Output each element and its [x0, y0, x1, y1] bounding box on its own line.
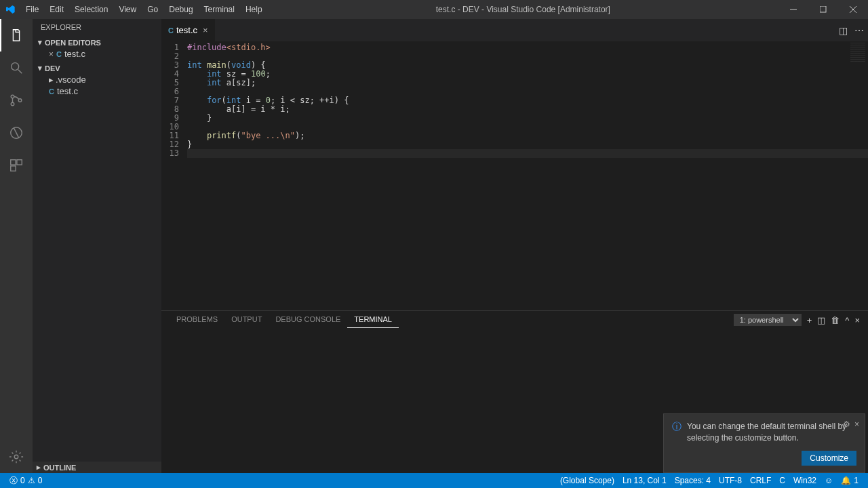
warning-icon: ⚠ — [28, 476, 35, 485]
sidebar: Explorer ▾ Open Editors × C test.c ▾ DEV… — [33, 19, 161, 473]
error-icon: ⓧ — [9, 475, 18, 487]
svg-rect-1 — [820, 6, 826, 12]
panel-tab-debug-console[interactable]: Debug Console — [269, 312, 347, 327]
file-name: test.c — [64, 49, 85, 59]
editor-tab[interactable]: C test.c × — [161, 19, 216, 41]
status-platform[interactable]: Win32 — [789, 476, 821, 485]
chevron-down-icon: ▾ — [38, 38, 42, 47]
c-file-icon: C — [56, 50, 62, 58]
notification-close-icon[interactable]: × — [854, 420, 859, 429]
menu-terminal[interactable]: Terminal — [199, 0, 240, 19]
chevron-down-icon: ▾ — [38, 64, 42, 73]
code-content[interactable]: #include<stdio.h> int main(void) { int s… — [187, 41, 868, 310]
status-notifications[interactable]: 🔔 1 — [837, 476, 863, 485]
panel-tab-terminal[interactable]: Terminal — [347, 312, 399, 328]
svg-rect-12 — [17, 160, 22, 165]
main-area: Explorer ▾ Open Editors × C test.c ▾ DEV… — [0, 19, 868, 473]
debug-icon[interactable] — [0, 117, 33, 149]
svg-line-10 — [14, 128, 18, 138]
folder-item[interactable]: ▸ .vscode — [35, 74, 159, 85]
more-actions-icon[interactable]: ⋯ — [854, 25, 864, 36]
window-title: test.c - DEV - Visual Studio Code [Admin… — [268, 5, 778, 14]
svg-point-8 — [18, 99, 22, 102]
status-bar: ⓧ0 ⚠0 (Global Scope) Ln 13, Col 1 Spaces… — [0, 473, 868, 488]
notification-gear-icon[interactable]: ⚙ — [843, 420, 850, 429]
minimap[interactable] — [850, 43, 865, 63]
title-bar: File Edit Selection View Go Debug Termin… — [0, 0, 868, 19]
chevron-right-icon: ▸ — [37, 463, 41, 472]
svg-point-14 — [14, 455, 18, 459]
folder-name: .vscode — [56, 75, 86, 85]
window-controls — [778, 0, 868, 19]
tab-label: test.c — [176, 25, 197, 35]
new-terminal-icon[interactable]: + — [807, 315, 812, 325]
info-icon: ⓘ — [672, 421, 682, 433]
status-eol[interactable]: CRLF — [746, 476, 775, 485]
open-editors-label: Open Editors — [45, 39, 101, 47]
svg-line-5 — [18, 70, 22, 74]
tab-bar: C test.c × ◫ ⋯ — [161, 19, 868, 41]
terminal-selector[interactable]: 1: powershell — [734, 314, 802, 326]
svg-rect-13 — [11, 166, 16, 171]
vscode-logo-icon — [0, 4, 20, 15]
outline-header[interactable]: ▸ Outline — [33, 462, 161, 473]
open-editors-header[interactable]: ▾ Open Editors — [35, 37, 159, 48]
status-indent[interactable]: Spaces: 4 — [671, 476, 715, 485]
menu-view[interactable]: View — [113, 0, 142, 19]
activity-bar — [0, 19, 33, 473]
bell-icon: 🔔 — [841, 476, 851, 485]
status-scope[interactable]: (Global Scope) — [556, 476, 618, 485]
maximize-button[interactable] — [808, 0, 838, 19]
c-file-icon: C — [168, 26, 174, 35]
close-icon[interactable]: × — [49, 49, 54, 59]
split-editor-icon[interactable]: ◫ — [839, 25, 848, 36]
menu-bar: File Edit Selection View Go Debug Termin… — [20, 0, 268, 19]
close-icon[interactable]: × — [203, 25, 208, 35]
close-button[interactable] — [838, 0, 868, 19]
workspace-label: DEV — [45, 64, 60, 73]
open-editor-item[interactable]: × C test.c — [35, 48, 159, 60]
panel-tabs: Problems Output Debug Console Terminal 1… — [161, 311, 868, 329]
line-gutter: 1 2 3 4 5 6 7 8 9 10 11 12 13 — [161, 41, 187, 310]
menu-go[interactable]: Go — [142, 0, 163, 19]
svg-rect-11 — [11, 160, 16, 165]
menu-selection[interactable]: Selection — [69, 0, 113, 19]
notification-toast: ⚙ × ⓘ You can change the default termina… — [663, 413, 865, 473]
workspace-header[interactable]: ▾ DEV — [35, 62, 159, 74]
chevron-right-icon: ▸ — [49, 75, 54, 85]
svg-point-7 — [11, 102, 14, 106]
menu-help[interactable]: Help — [240, 0, 268, 19]
panel-tab-problems[interactable]: Problems — [170, 312, 224, 327]
status-language[interactable]: C — [775, 476, 789, 485]
outline-label: Outline — [43, 464, 76, 472]
sidebar-title: Explorer — [33, 19, 161, 35]
source-control-icon[interactable] — [0, 84, 33, 117]
status-feedback[interactable]: ☺ — [821, 476, 837, 485]
panel-tab-output[interactable]: Output — [224, 312, 269, 327]
file-item[interactable]: C test.c — [35, 85, 159, 97]
menu-debug[interactable]: Debug — [163, 0, 198, 19]
explorer-icon[interactable] — [0, 19, 33, 52]
maximize-panel-icon[interactable]: ^ — [845, 315, 849, 325]
svg-point-4 — [12, 63, 19, 70]
settings-gear-icon[interactable] — [0, 441, 33, 473]
customize-button[interactable]: Customize — [802, 451, 856, 466]
status-encoding[interactable]: UTF-8 — [715, 476, 746, 485]
svg-point-6 — [11, 95, 14, 98]
c-file-icon: C — [49, 87, 54, 96]
menu-file[interactable]: File — [20, 0, 44, 19]
editor-area: C test.c × ◫ ⋯ 1 2 3 4 5 6 7 8 9 10 11 — [161, 19, 868, 473]
menu-edit[interactable]: Edit — [44, 0, 69, 19]
file-name: test.c — [57, 86, 78, 96]
minimize-button[interactable] — [778, 0, 808, 19]
code-editor[interactable]: 1 2 3 4 5 6 7 8 9 10 11 12 13 #include<s… — [161, 41, 868, 310]
close-panel-icon[interactable]: × — [854, 315, 860, 325]
status-cursor[interactable]: Ln 13, Col 1 — [618, 476, 671, 485]
split-terminal-icon[interactable]: ◫ — [817, 315, 825, 325]
status-errors[interactable]: ⓧ0 ⚠0 — [5, 475, 46, 487]
extensions-icon[interactable] — [0, 149, 33, 182]
notification-text: You can change the default terminal shel… — [687, 421, 856, 444]
search-icon[interactable] — [0, 52, 33, 84]
kill-terminal-icon[interactable]: 🗑 — [831, 315, 840, 325]
